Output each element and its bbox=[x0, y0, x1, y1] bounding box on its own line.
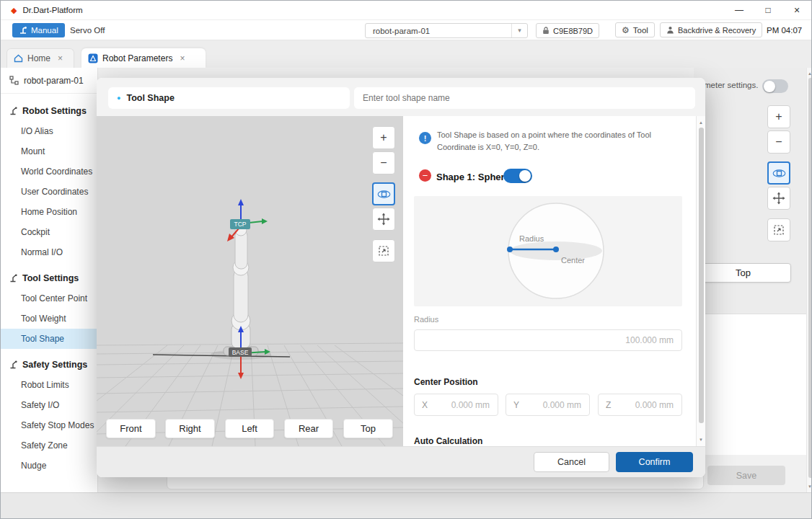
preset-dropdown[interactable]: robot-param-01 ▾ bbox=[365, 23, 528, 38]
sidebar-section-robot-settings[interactable]: Robot Settings bbox=[1, 101, 97, 121]
shape-title: Shape 1: Sphere bbox=[436, 172, 510, 182]
view-left-button[interactable]: Left bbox=[225, 419, 274, 438]
radius-field bbox=[414, 329, 682, 351]
shape-enable-toggle[interactable] bbox=[503, 169, 532, 183]
sidebar-item-safety-stop-modes[interactable]: Safety Stop Modes bbox=[1, 415, 97, 435]
sidebar-item-robot-limits[interactable]: Robot Limits bbox=[1, 375, 97, 395]
scroll-up-icon[interactable]: ▲ bbox=[697, 118, 705, 127]
tab-robot-parameters[interactable]: Robot Parameters × bbox=[81, 48, 206, 68]
sidebar-section-safety-settings[interactable]: Safety Settings bbox=[1, 355, 97, 375]
shape-name-input[interactable] bbox=[354, 87, 695, 109]
tab-home[interactable]: Home × bbox=[6, 48, 74, 68]
scrollbar-thumb[interactable] bbox=[808, 78, 812, 478]
shape-name-box bbox=[354, 87, 695, 109]
center-z-field: Z bbox=[598, 394, 682, 416]
sidebar-item-normal-io[interactable]: Normal I/O bbox=[1, 242, 97, 262]
rotate-view-button[interactable] bbox=[372, 182, 395, 205]
scroll-down-icon[interactable]: ▼ bbox=[807, 482, 812, 491]
bg-rotate-view-button[interactable] bbox=[767, 161, 790, 185]
dialog-footer: Cancel Confirm bbox=[97, 446, 705, 477]
pan-view-button[interactable] bbox=[372, 208, 395, 231]
radius-input[interactable] bbox=[415, 330, 681, 350]
sidebar-item-safety-zone[interactable]: Safety Zone bbox=[1, 435, 97, 456]
backdrive-label: Backdrive & Recovery bbox=[678, 26, 756, 35]
home-icon bbox=[14, 54, 23, 63]
bg-fit-view-button[interactable] bbox=[767, 218, 790, 241]
minimize-button[interactable]: — bbox=[725, 1, 754, 20]
save-button[interactable]: Save bbox=[707, 466, 785, 485]
section-label: Tool Settings bbox=[22, 273, 79, 283]
view-top-button[interactable]: Top bbox=[343, 419, 393, 438]
center-x-input[interactable] bbox=[428, 394, 498, 415]
scroll-down-icon[interactable]: ▼ bbox=[697, 435, 705, 444]
clock-text: PM 04:07 bbox=[767, 26, 802, 35]
maximize-button[interactable]: □ bbox=[754, 1, 782, 20]
axis-z-label: Z bbox=[599, 400, 611, 410]
dialog-title: Tool Shape bbox=[126, 93, 174, 103]
sidebar-item-tool-center-point[interactable]: Tool Center Point bbox=[1, 288, 97, 309]
fit-to-view-icon bbox=[772, 223, 785, 236]
tab-home-close-icon[interactable]: × bbox=[58, 53, 63, 63]
tool-button[interactable]: ⚙ Tool bbox=[615, 22, 655, 37]
panel-scrollbar[interactable]: ▲ ▼ bbox=[696, 116, 705, 446]
device-id-box[interactable]: C9E8B79D bbox=[536, 23, 599, 38]
bg-zoom-in-button[interactable]: + bbox=[767, 105, 790, 128]
gear-icon: ⚙ bbox=[622, 25, 630, 35]
settings-text-partial: meter settings. bbox=[704, 81, 758, 89]
panel-scrollbar-thumb[interactable] bbox=[699, 128, 704, 423]
sidebar-item-nudge[interactable]: Nudge bbox=[1, 456, 97, 476]
zoom-in-button[interactable]: + bbox=[372, 126, 395, 149]
status-dot-icon: ● bbox=[117, 94, 120, 102]
sidebar-section-tool-settings[interactable]: Tool Settings bbox=[1, 268, 97, 288]
confirm-button[interactable]: Confirm bbox=[616, 452, 693, 472]
remove-shape-icon[interactable]: − bbox=[419, 169, 431, 182]
rotate-3d-icon bbox=[772, 167, 786, 180]
manual-mode-button[interactable]: Manual bbox=[12, 23, 65, 37]
axis-y-label: Y bbox=[506, 400, 519, 410]
settings-toggle[interactable] bbox=[762, 79, 788, 93]
auto-calculation-label: Auto Calculation bbox=[414, 436, 482, 446]
pan-move-icon bbox=[377, 213, 390, 226]
sidebar-item-io-alias[interactable]: I/O Alias bbox=[1, 121, 97, 141]
app-window: ◆ Dr.Dart-Platform — □ × Manual Servo Of… bbox=[0, 0, 812, 519]
window-scrollbar[interactable]: ▲ ▼ bbox=[806, 68, 812, 492]
sidebar-item-user-coordinates[interactable]: User Coordinates bbox=[1, 182, 97, 202]
view-front-button[interactable]: Front bbox=[106, 419, 156, 438]
tab-robot-parameters-close-icon[interactable]: × bbox=[180, 53, 185, 63]
view-right-button[interactable]: Right bbox=[165, 419, 215, 438]
sidebar: robot-param-01 Robot Settings I/O Alias … bbox=[1, 68, 98, 492]
zoom-out-button[interactable]: − bbox=[372, 151, 395, 174]
project-tree-icon bbox=[9, 76, 19, 85]
center-y-input[interactable] bbox=[519, 394, 589, 415]
close-button[interactable]: × bbox=[782, 1, 811, 20]
diagram-center-label: Center bbox=[561, 256, 585, 265]
app-logo-icon: ◆ bbox=[11, 6, 17, 15]
sidebar-item-cockpit[interactable]: Cockpit bbox=[1, 222, 97, 242]
3d-viewport[interactable]: BASE TCP + − bbox=[97, 116, 403, 446]
preset-dropdown-value: robot-param-01 bbox=[366, 27, 511, 35]
bg-top-view-button[interactable]: Top bbox=[695, 263, 791, 283]
sidebar-item-mount[interactable]: Mount bbox=[1, 141, 97, 161]
scroll-up-icon[interactable]: ▲ bbox=[807, 69, 812, 78]
sidebar-item-home-position[interactable]: Home Position bbox=[1, 202, 97, 222]
sidebar-item-tool-shape[interactable]: Tool Shape bbox=[1, 329, 97, 349]
fit-view-button[interactable] bbox=[372, 239, 395, 262]
top-toolbar: Manual Servo Off robot-param-01 ▾ C9E8B7… bbox=[1, 20, 811, 40]
bg-zoom-out-button[interactable]: − bbox=[767, 130, 790, 154]
tab-robot-parameters-label: Robot Parameters bbox=[102, 53, 172, 63]
toggle-knob bbox=[519, 170, 531, 182]
status-bar: Servo ● Supervisor ▴ Manual ▴ bbox=[1, 492, 811, 519]
section-label: Safety Settings bbox=[22, 360, 87, 370]
robot-3d-scene[interactable]: BASE TCP bbox=[97, 116, 403, 446]
sidebar-item-safety-io[interactable]: Safety I/O bbox=[1, 395, 97, 415]
manual-label: Manual bbox=[31, 26, 58, 35]
backdrive-recovery-button[interactable]: Backdrive & Recovery bbox=[660, 22, 762, 37]
cancel-button[interactable]: Cancel bbox=[534, 452, 609, 472]
sidebar-project-title: robot-param-01 bbox=[24, 76, 84, 86]
sidebar-project-header: robot-param-01 bbox=[1, 68, 97, 94]
center-z-input[interactable] bbox=[611, 394, 681, 415]
view-rear-button[interactable]: Rear bbox=[284, 419, 333, 438]
sidebar-item-tool-weight[interactable]: Tool Weight bbox=[1, 309, 97, 329]
bg-pan-view-button[interactable] bbox=[767, 187, 790, 210]
sidebar-item-world-coordinates[interactable]: World Coordinates bbox=[1, 161, 97, 182]
